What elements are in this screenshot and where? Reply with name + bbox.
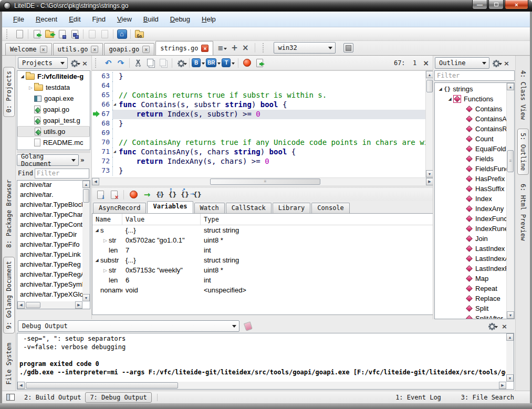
code-line[interactable]: 63} <box>92 72 425 81</box>
code-line[interactable]: 72 return IndexAny(s, chars) >= 0 <box>92 157 425 166</box>
sidebar-tab-0-projects[interactable]: 0: Projects <box>3 67 15 117</box>
debug-tab-library[interactable]: Library <box>273 203 311 213</box>
outline-function-item[interactable]: IndexRune <box>435 224 506 234</box>
expand-icon[interactable]: ▷ <box>102 268 109 273</box>
continue-icon[interactable]: → <box>141 189 153 201</box>
outline-function-item[interactable]: EqualFold <box>435 144 506 154</box>
save-file-icon[interactable] <box>56 28 68 40</box>
code-line[interactable]: 68} <box>92 119 425 129</box>
close-panel-icon[interactable]: × <box>80 59 89 67</box>
chevron-down-icon[interactable] <box>202 62 205 66</box>
target-lock-button[interactable] <box>343 43 353 53</box>
sidebar-tab-8-package-browser[interactable]: 8: Package Browser <box>4 176 14 251</box>
gear-icon[interactable] <box>492 59 500 67</box>
project-tree-item[interactable]: goapi.go <box>17 104 90 115</box>
doc-list-item[interactable]: archive/tar <box>17 181 82 191</box>
outline-function-item[interactable]: Map <box>435 274 506 284</box>
outline-function-item[interactable]: Count <box>435 134 506 144</box>
doc-list-item[interactable]: archive/tar.TypeRegA <box>17 270 82 280</box>
scrollbar-thumb[interactable]: ≡ <box>507 150 514 172</box>
project-tree-item[interactable]: goapi.exe <box>17 93 90 104</box>
outline-function-item[interactable]: LastIndex <box>435 244 506 254</box>
toggle-panels-icon[interactable] <box>6 394 15 401</box>
copy-icon[interactable] <box>144 57 157 69</box>
status-toggle-2-build-output[interactable]: 2: Build Output <box>20 393 85 402</box>
outline-function-item[interactable]: Index <box>435 194 506 204</box>
code-line[interactable]: 69 <box>92 129 425 138</box>
editor-tab-strings-go[interactable]: strings.go× <box>155 41 213 55</box>
doc-list-item[interactable]: archive/tar.TypeReg <box>17 260 82 270</box>
code-line[interactable]: 71◢func ContainsAny(s, chars string) boo… <box>92 148 425 157</box>
golang-document-combo[interactable]: Golang Document <box>17 154 79 166</box>
scroll-up-icon[interactable]: ▲ <box>506 333 514 341</box>
step-out-icon[interactable]: {}↗ <box>179 191 191 198</box>
open-file-icon[interactable] <box>30 28 43 40</box>
project-tree-item[interactable]: ▷testdata <box>17 82 90 93</box>
clear-log-icon[interactable]: × <box>108 189 120 201</box>
edit-session-icon[interactable] <box>98 28 111 40</box>
collapse-icon[interactable]: ◢ <box>446 97 453 101</box>
variable-row[interactable]: len7int <box>92 245 433 255</box>
scrollbar-thumb[interactable] <box>26 302 40 308</box>
go-env-icon[interactable]: Go <box>133 28 145 40</box>
expand-icon[interactable]: ▷ <box>27 85 34 90</box>
build-button[interactable]: B <box>192 58 201 67</box>
status-toggle-1-event-log[interactable]: 1: Event Log <box>391 393 445 402</box>
scroll-up-icon[interactable]: ▲ <box>507 83 514 90</box>
more-button[interactable]: » <box>80 156 85 164</box>
chevron-down-icon[interactable] <box>217 62 221 66</box>
menu-file[interactable]: File <box>7 13 30 26</box>
outline-group-item[interactable]: ◢Functions <box>435 94 506 104</box>
doc-list-hscrollbar[interactable]: ◀ ▶ <box>17 301 82 309</box>
doc-list-item[interactable]: archive/tar.TypeLink <box>17 250 82 260</box>
cut-icon[interactable] <box>132 57 144 69</box>
variables-column-header[interactable]: Value <box>122 214 201 225</box>
code-line[interactable]: 67 return Index(s, substr) >= 0 <box>92 110 425 119</box>
variable-row[interactable]: ◢substr{...}struct string <box>92 255 433 265</box>
target-combo[interactable]: win32 <box>274 42 336 54</box>
collapse-icon[interactable]: ◢ <box>93 258 100 263</box>
open-folder-icon[interactable] <box>43 28 56 40</box>
save-log-icon[interactable]: ↓ <box>94 189 107 201</box>
scroll-right-icon[interactable]: ▶ <box>426 178 433 185</box>
collapse-icon[interactable]: ◢ <box>437 87 444 91</box>
outline-function-item[interactable]: Fields <box>435 154 506 164</box>
record-icon[interactable] <box>241 57 253 69</box>
outline-function-item[interactable]: IndexFunc <box>435 214 506 224</box>
debug-tab-callstack[interactable]: CallStack <box>226 203 272 213</box>
close-panel-icon[interactable]: × <box>502 59 511 67</box>
project-tree-item[interactable]: utils.go <box>17 126 90 137</box>
doc-list-item[interactable]: archive/tar.TypeBlock <box>17 201 82 211</box>
home-icon[interactable]: ⌂ <box>116 28 128 40</box>
variable-row[interactable]: nonamevoid<unspecified> <box>92 285 433 295</box>
project-tree-item[interactable]: goapi_test.g <box>17 115 90 126</box>
close-editor-icon[interactable]: × <box>416 59 433 67</box>
new-file-icon[interactable] <box>13 28 26 40</box>
sidebar-tab-9-golang-document[interactable]: 9: Golang Document <box>3 257 15 333</box>
tab-list-icon[interactable]: ≡ <box>217 44 227 52</box>
outline-function-item[interactable]: Join <box>435 234 506 244</box>
export-icon[interactable] <box>253 57 266 69</box>
close-panel-icon[interactable]: × <box>500 322 509 330</box>
outline-filter-input[interactable] <box>434 70 515 81</box>
close-tab-icon[interactable]: × <box>201 45 208 52</box>
projects-combo[interactable]: Projects <box>18 57 68 69</box>
save-all-icon[interactable] <box>68 28 81 40</box>
menu-recent[interactable]: Recent <box>30 13 63 26</box>
scroll-down-icon[interactable]: ▼ <box>506 374 514 382</box>
close-tab-icon[interactable]: × <box>142 46 150 53</box>
code-line[interactable]: 64 <box>92 81 425 91</box>
minimize-button[interactable]: — <box>472 0 487 9</box>
sidebar-tab-6-html-preview[interactable]: 6: Html Preview <box>518 180 528 244</box>
variable-row[interactable]: ▷str0x57153c "weekly"uint8 * <box>92 265 433 275</box>
outline-function-item[interactable]: FieldsFunc <box>435 164 506 174</box>
scroll-right-icon[interactable]: ▶ <box>499 382 506 389</box>
status-toggle-3-file-search[interactable]: 3: File Search <box>457 393 518 402</box>
outline-function-item[interactable]: Repeat <box>435 284 506 293</box>
maximize-button[interactable] <box>488 0 504 9</box>
code-line[interactable]: 66◢func Contains(s, substr string) bool … <box>92 100 425 110</box>
scroll-left-icon[interactable]: ◀ <box>17 382 25 389</box>
build-run-button[interactable]: BR <box>206 58 216 67</box>
variable-row[interactable]: len6int <box>92 275 433 285</box>
close-all-icon[interactable]: × <box>242 43 249 53</box>
